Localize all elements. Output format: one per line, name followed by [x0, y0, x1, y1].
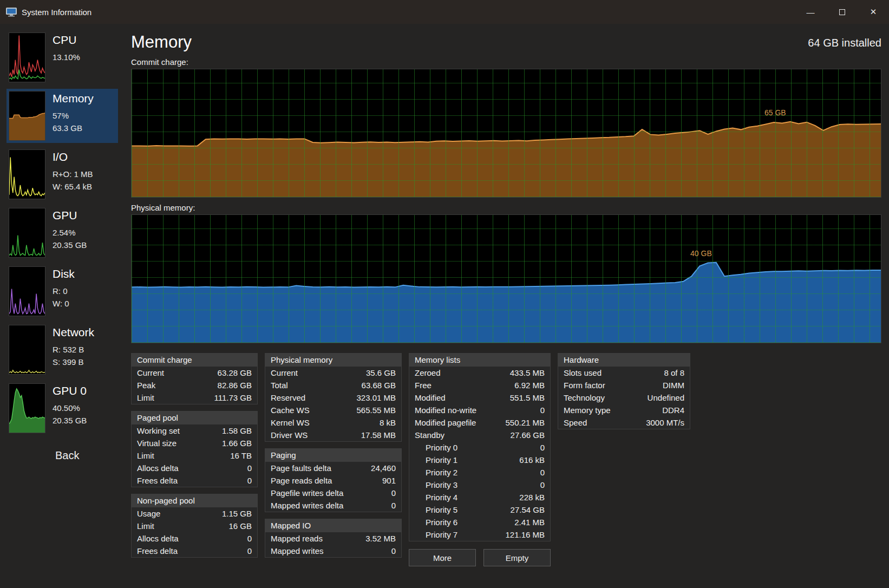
stat-value: 0 — [391, 488, 396, 498]
stat-row-reserved: Reserved323.01 MB — [265, 391, 401, 404]
section-header: Paged pool — [132, 411, 257, 424]
stat-value: 24,460 — [371, 463, 396, 473]
stat-label: Current — [137, 368, 164, 378]
stat-value: 16 TB — [230, 450, 252, 461]
stat-label: Usage — [137, 508, 160, 519]
stat-row-working-set: Working set1.58 GB — [132, 424, 257, 437]
sidebar-item-io[interactable]: I/OR+O: 1 MBW: 65.4 kB — [6, 147, 118, 201]
page-title: Memory — [131, 32, 192, 52]
section-header: Mapped IO — [265, 519, 401, 532]
stat-label: Pagefile writes delta — [271, 488, 343, 498]
section-header: Hardware — [558, 354, 690, 367]
stat-label: Zeroed — [415, 368, 441, 378]
stat-row-usage: Usage1.15 GB — [132, 507, 257, 520]
stat-row-page-faults-delta: Page faults delta24,460 — [265, 462, 401, 474]
sidebar-item-stat: W: 0 — [53, 297, 75, 310]
stat-row-peak: Peak82.86 GB — [132, 379, 257, 391]
section-header: Paging — [265, 449, 401, 462]
stats-column-4: HardwareSlots used8 of 8Form factorDIMMT… — [558, 353, 690, 429]
stat-label: Limit — [137, 450, 154, 461]
stat-row-priority-7: Priority 7121.16 MB — [409, 528, 550, 541]
sidebar-item-stat: 57% — [53, 109, 94, 122]
sidebar-item-text: NetworkR: 532 BS: 399 B — [53, 325, 94, 375]
stat-value: DIMM — [663, 380, 684, 390]
stat-row-slots-used: Slots used8 of 8 — [558, 367, 690, 379]
stat-row-mapped-writes-delta: Mapped writes delta0 — [265, 499, 401, 512]
close-button[interactable]: ✕ — [858, 0, 889, 24]
sidebar: CPU13.10%Memory57%63.3 GBI/OR+O: 1 MBW: … — [0, 24, 122, 588]
disk-mini-graph-icon — [9, 266, 45, 316]
stat-row-allocs-delta: Allocs delta0 — [132, 532, 257, 545]
stat-row-speed: Speed3000 MT/s — [558, 416, 690, 429]
stat-label: Mapped writes — [271, 546, 324, 556]
physical-memory-graph[interactable]: 40 GB — [131, 214, 881, 343]
commit-chart-label: Commit charge: — [131, 57, 881, 67]
sidebar-item-label: Disk — [53, 267, 75, 280]
stat-label: Page reads delta — [271, 475, 332, 486]
stat-label: Frees delta — [137, 546, 178, 556]
section-commit-charge: Commit chargeCurrent63.28 GBPeak82.86 GB… — [131, 353, 258, 404]
stat-row-priority-3: Priority 30 — [409, 479, 550, 491]
stat-value: 63.68 GB — [362, 380, 396, 390]
section-non-paged-pool: Non-paged poolUsage1.15 GBLimit16 GBAllo… — [131, 494, 258, 558]
sidebar-item-gpu0[interactable]: GPU 040.50%20.35 GB — [6, 381, 118, 435]
stat-label: Driver WS — [271, 430, 308, 440]
stat-row-mapped-reads: Mapped reads3.52 MB — [265, 532, 401, 545]
stat-row-priority-6: Priority 62.41 MB — [409, 516, 550, 528]
commit-charge-graph[interactable]: 65 GB — [131, 69, 881, 198]
sidebar-item-stat: R: 532 B — [53, 343, 94, 356]
stat-row-standby: Standby27.66 GB — [409, 429, 550, 441]
main-header: Memory 64 GB installed — [131, 32, 881, 52]
window-controls: — ✕ — [795, 0, 889, 24]
sidebar-item-label: Memory — [53, 92, 94, 105]
stat-value: 0 — [247, 475, 252, 486]
stat-value: 27.66 GB — [511, 430, 545, 440]
minimize-button[interactable]: — — [795, 0, 826, 24]
stat-value: 565.55 MB — [356, 405, 396, 415]
stat-value: 2.41 MB — [514, 517, 545, 527]
memory-lists-actions: MoreEmpty — [409, 549, 551, 566]
stat-row-page-reads-delta: Page reads delta901 — [265, 474, 401, 487]
stat-value: 0 — [391, 500, 396, 511]
stat-label: Reserved — [271, 393, 305, 403]
sidebar-item-label: CPU — [53, 34, 80, 47]
stat-label: Modified — [415, 393, 446, 403]
system-information-window: System Information — ✕ CPU13.10%Memory57… — [0, 0, 889, 588]
sidebar-item-gpu[interactable]: GPU2.54%20.35 GB — [6, 206, 118, 260]
more-button[interactable]: More — [409, 549, 476, 566]
sidebar-item-memory[interactable]: Memory57%63.3 GB — [6, 89, 118, 143]
stat-label: Working set — [137, 426, 180, 436]
app-icon — [5, 7, 17, 17]
sidebar-item-text: GPU 040.50%20.35 GB — [53, 383, 87, 433]
stat-label: Modified pagefile — [415, 417, 476, 428]
stat-value: 63.28 GB — [218, 368, 252, 378]
back-button[interactable]: Back — [55, 449, 122, 462]
stat-row-frees-delta: Frees delta0 — [132, 545, 257, 557]
stat-value: 8 kB — [380, 417, 396, 428]
stat-row-limit: Limit16 TB — [132, 449, 257, 462]
stat-label: Priority 5 — [415, 505, 457, 515]
sidebar-item-cpu[interactable]: CPU13.10% — [6, 30, 118, 84]
stat-label: Priority 4 — [415, 492, 457, 502]
sidebar-item-stat: 2.54% — [53, 226, 87, 239]
window-content: CPU13.10%Memory57%63.3 GBI/OR+O: 1 MBW: … — [0, 24, 889, 588]
sidebar-item-text: CPU13.10% — [53, 32, 80, 82]
empty-button[interactable]: Empty — [483, 549, 551, 566]
stat-row-priority-0: Priority 00 — [409, 441, 550, 454]
stat-value: 550.21 MB — [505, 417, 545, 428]
stat-label: Limit — [137, 521, 154, 531]
section-header: Non-paged pool — [132, 494, 257, 507]
stat-row-form-factor: Form factorDIMM — [558, 379, 690, 391]
stat-label: Slots used — [564, 368, 602, 378]
sidebar-item-network[interactable]: NetworkR: 532 BS: 399 B — [6, 323, 118, 377]
sidebar-item-disk[interactable]: DiskR: 0W: 0 — [6, 264, 118, 318]
section-paged-pool: Paged poolWorking set1.58 GBVirtual size… — [131, 411, 258, 487]
section-mapped-io: Mapped IOMapped reads3.52 MBMapped write… — [265, 519, 402, 558]
stat-label: Allocs delta — [137, 463, 179, 473]
sidebar-item-stat: 13.10% — [53, 51, 80, 63]
stat-row-modified: Modified551.5 MB — [409, 391, 550, 404]
maximize-button[interactable] — [826, 0, 858, 24]
stat-value: 0 — [247, 546, 252, 556]
stats-column-1: Commit chargeCurrent63.28 GBPeak82.86 GB… — [131, 353, 258, 558]
sidebar-item-text: DiskR: 0W: 0 — [53, 266, 75, 316]
